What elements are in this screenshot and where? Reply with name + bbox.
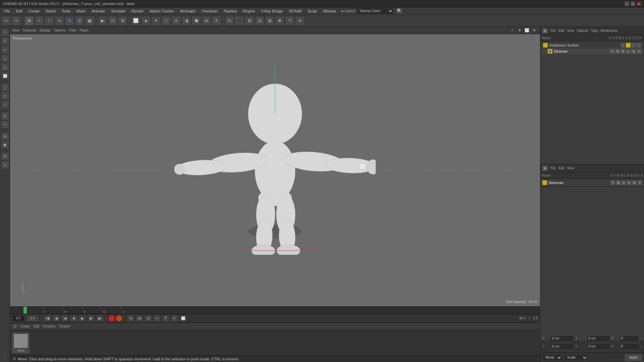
- coord-h-input[interactable]: [619, 336, 639, 342]
- objects-menu-bookmarks[interactable]: Bookmarks: [601, 29, 618, 33]
- obj-ctrl-color1[interactable]: [626, 43, 631, 48]
- obj-ctrl-s1[interactable]: ✎: [610, 49, 614, 54]
- viewport-3d[interactable]: Perspective: [10, 34, 540, 306]
- attr-ctrl4[interactable]: ▸: [627, 180, 631, 185]
- attr-ctrl2[interactable]: ⊞: [616, 180, 621, 185]
- left-tool-pen[interactable]: ✏: [1, 92, 9, 100]
- objects-menu-edit[interactable]: Edit: [558, 29, 564, 33]
- obj-ctrl-s6[interactable]: ≡: [637, 49, 641, 54]
- tool-nurbs[interactable]: ⊘: [171, 16, 181, 25]
- mat-menu-function[interactable]: Function: [41, 324, 57, 328]
- attr-menu-edit[interactable]: Edit: [558, 166, 564, 170]
- obj-ctrl-s3[interactable]: ⊡: [621, 49, 625, 54]
- tool-bp3[interactable]: ⊞: [245, 16, 254, 25]
- obj-ctrl-s2[interactable]: ⊞: [615, 49, 620, 54]
- tc-keyframe[interactable]: ⊕: [127, 315, 135, 322]
- object-row-subdivision[interactable]: ⬡ Subdivision Surface ✓ · ·: [542, 42, 643, 48]
- tc-record-obj[interactable]: [116, 315, 122, 321]
- menu-tools[interactable]: Tools: [59, 8, 73, 14]
- tc-record-btn[interactable]: [109, 315, 115, 321]
- vp-icon-fullscreen[interactable]: ⬜: [524, 27, 530, 34]
- left-tool-spline2[interactable]: ∿: [1, 101, 9, 109]
- vp-menu-view[interactable]: View: [12, 28, 19, 32]
- menu-create[interactable]: Create: [26, 8, 42, 14]
- tc-stop[interactable]: ■: [70, 315, 77, 322]
- menu-3dtoall[interactable]: 3DToAll: [286, 8, 304, 14]
- obj-ctrl-check1[interactable]: ✓: [621, 43, 625, 48]
- menu-animate[interactable]: Animate: [89, 8, 108, 14]
- tool-camera[interactable]: ◈: [141, 16, 151, 25]
- coord-x-input[interactable]: [550, 336, 574, 342]
- left-tool-cube2[interactable]: ◻: [1, 63, 9, 71]
- menu-plugins[interactable]: Plugins: [240, 8, 258, 14]
- tool-z[interactable]: ⊗: [75, 16, 84, 25]
- tool-cube[interactable]: ⬜: [131, 16, 141, 25]
- tc-extra[interactable]: ⬜: [179, 315, 187, 322]
- coord-y2-input[interactable]: [587, 344, 610, 350]
- objects-menu-view[interactable]: View: [567, 29, 574, 33]
- vp-icon-settings[interactable]: ⚙: [531, 27, 537, 34]
- tool-redo[interactable]: ↪: [11, 16, 21, 25]
- mat-menu-edit[interactable]: Edit: [32, 324, 41, 328]
- tool-rotate[interactable]: ○: [45, 16, 54, 25]
- tool-bp2[interactable]: ⬛: [235, 16, 244, 25]
- tc-play[interactable]: ▶: [79, 315, 86, 322]
- menu-render[interactable]: Render: [129, 8, 146, 14]
- left-tool-grid[interactable]: ⊞: [1, 132, 9, 140]
- vp-menu-cameras[interactable]: Cameras: [23, 28, 37, 32]
- material-item[interactable]: sticki: [12, 333, 30, 353]
- search-icon[interactable]: 🔍: [396, 8, 403, 14]
- left-tool-triangle[interactable]: △: [1, 54, 9, 62]
- tc-layers2[interactable]: ≡: [171, 315, 178, 322]
- tool-x[interactable]: ✕: [55, 16, 64, 25]
- current-frame-input[interactable]: [12, 315, 25, 321]
- menu-motion-tracker[interactable]: Motion Tracker: [147, 8, 177, 14]
- menu-mesh[interactable]: Mesh: [74, 8, 88, 14]
- coord-p-btn[interactable]: ▸: [640, 345, 642, 348]
- tool-deformer[interactable]: ◑: [181, 16, 191, 25]
- left-tool-layers[interactable]: ≡: [1, 46, 9, 54]
- attr-menu-file[interactable]: File: [550, 166, 556, 170]
- tc-goto-end[interactable]: ▶|: [96, 315, 104, 322]
- obj-ctrl-dot2[interactable]: ·: [637, 43, 641, 48]
- menu-simulate[interactable]: Simulate: [108, 8, 128, 14]
- tool-y[interactable]: ⊕: [65, 16, 74, 25]
- attr-ctrl5[interactable]: ⊗: [632, 180, 637, 185]
- tool-paint[interactable]: ✎: [285, 16, 294, 25]
- tool-bp1[interactable]: ⊡: [225, 16, 234, 25]
- obj-ctrl-dot1[interactable]: ·: [631, 43, 636, 48]
- obj-ctrl-s4[interactable]: ▸: [626, 49, 631, 54]
- left-tool-wave[interactable]: 〜: [1, 121, 9, 129]
- tool-render-view[interactable]: ⊡: [108, 16, 117, 25]
- objects-panel-icon[interactable]: ⊞: [542, 28, 548, 34]
- menu-window[interactable]: Window: [320, 8, 339, 14]
- vp-icon-lock[interactable]: ⬇: [517, 27, 523, 34]
- tc-step-fwd[interactable]: ▶: [88, 315, 95, 322]
- tool-scale[interactable]: +: [35, 16, 44, 25]
- tool-material[interactable]: ⬟: [192, 16, 201, 25]
- vp-menu-filter[interactable]: Filter: [69, 28, 76, 32]
- obj-ctrl-s5[interactable]: ⊗: [631, 49, 636, 54]
- tc-timeline[interactable]: ⊡: [145, 315, 152, 322]
- attr-ctrl3[interactable]: ⊡: [621, 180, 626, 185]
- attr-selected-row[interactable]: Stickman ✎ ⊞ ⊡ ▸ ⊗ ≡: [540, 179, 644, 187]
- left-tool-dots[interactable]: ⠿: [1, 37, 9, 45]
- apply-button[interactable]: Apply: [625, 354, 642, 361]
- object-row-stickman[interactable]: 👤 Stickman ✎ ⊞ ⊡ ▸ ⊗ ≡: [542, 48, 643, 54]
- tool-render-all[interactable]: ⊞: [118, 16, 127, 25]
- coord-p-input[interactable]: [619, 344, 639, 350]
- mat-menu-create[interactable]: Create: [19, 324, 32, 328]
- tc-step-back[interactable]: ◀: [53, 315, 60, 322]
- frame-field2[interactable]: 0 F: [26, 315, 39, 322]
- scale-dropdown[interactable]: Scale: [564, 354, 588, 361]
- mat-panel-icon[interactable]: ⊞: [12, 323, 18, 329]
- tc-goto-start[interactable]: |◀: [44, 315, 51, 322]
- vp-menu-display[interactable]: Display: [40, 28, 51, 32]
- menu-edit[interactable]: Edit: [13, 8, 25, 14]
- coord-x2-input[interactable]: [587, 336, 610, 342]
- attr-ctrl6[interactable]: ≡: [637, 180, 642, 185]
- tool-undo[interactable]: ↩: [1, 16, 11, 25]
- left-tool-dollar[interactable]: $: [1, 112, 9, 120]
- objects-menu-file[interactable]: File: [550, 29, 556, 33]
- left-tool-texture[interactable]: ⬟: [1, 141, 9, 149]
